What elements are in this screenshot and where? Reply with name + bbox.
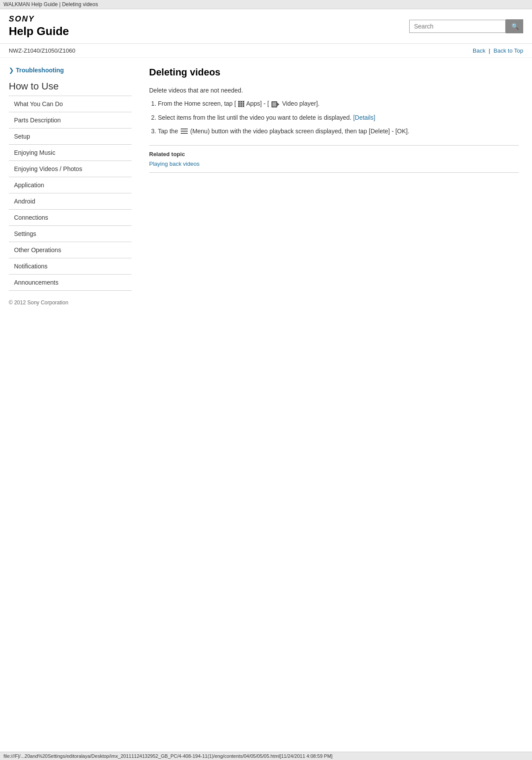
sidebar-item-settings[interactable]: Settings — [9, 226, 132, 242]
sidebar-item-enjoying-music[interactable]: Enjoying Music — [9, 145, 132, 161]
browser-title-text: WALKMAN Help Guide | Deleting videos — [4, 1, 98, 7]
video-player-icon — [271, 100, 279, 109]
menu-icon — [181, 127, 188, 136]
main-layout: ❯ Troubleshooting How to Use What You Ca… — [0, 58, 532, 409]
back-to-top-link[interactable]: Back to Top — [493, 47, 523, 54]
back-link[interactable]: Back — [473, 47, 486, 54]
model-number: NWZ-Z1040/Z1050/Z1060 — [9, 47, 75, 54]
search-input[interactable] — [409, 20, 506, 33]
related-topic-label: Related topic — [149, 151, 519, 157]
help-guide-title: Help Guide — [9, 25, 69, 38]
step-1-text-after: Video player]. — [282, 100, 319, 107]
apps-grid-icon — [238, 101, 244, 107]
sony-logo: SONY — [9, 14, 69, 24]
steps-list: From the Home screen, tap [ Apps] - [ — [158, 99, 519, 136]
sidebar-item-enjoying-videos[interactable]: Enjoying Videos / Photos — [9, 161, 132, 177]
how-to-use-heading: How to Use — [9, 81, 132, 92]
svg-rect-3 — [181, 128, 188, 129]
browser-title-bar: WALKMAN Help Guide | Deleting videos — [0, 0, 532, 9]
svg-rect-4 — [181, 131, 188, 132]
step-1-text-before: From the Home screen, tap [ — [158, 100, 236, 107]
step-1: From the Home screen, tap [ Apps] - [ — [158, 99, 519, 109]
nav-links: Back | Back to Top — [473, 47, 523, 54]
content-area: Deleting videos Delete videos that are n… — [136, 58, 532, 409]
content-description: Delete videos that are not needed. — [149, 87, 519, 94]
sidebar-copyright: © 2012 Sony Corporation — [9, 300, 132, 306]
sidebar: ❯ Troubleshooting How to Use What You Ca… — [0, 58, 136, 409]
troubleshooting-label[interactable]: Troubleshooting — [16, 67, 64, 74]
related-topic-link[interactable]: Playing back videos — [149, 161, 200, 167]
related-topic-divider — [149, 145, 519, 146]
step-3-text-after: (Menu) button with the video playback sc… — [190, 128, 410, 135]
nav-separator: | — [489, 47, 492, 54]
content-bottom-divider — [149, 172, 519, 173]
nav-bar: NWZ-Z1040/Z1050/Z1060 Back | Back to Top — [0, 44, 532, 58]
sidebar-item-setup[interactable]: Setup — [9, 128, 132, 145]
sidebar-item-notifications[interactable]: Notifications — [9, 258, 132, 275]
step-2: Select items from the list until the vid… — [158, 113, 519, 122]
svg-marker-1 — [277, 103, 279, 106]
step-2-text: Select items from the list until the vid… — [158, 114, 353, 121]
troubleshooting-link[interactable]: ❯ Troubleshooting — [9, 67, 132, 74]
step-3-text-before: Tap the — [158, 128, 180, 135]
sidebar-item-what-you-can-do[interactable]: What You Can Do — [9, 96, 132, 112]
sidebar-item-android[interactable]: Android — [9, 193, 132, 210]
chevron-right-icon: ❯ — [9, 67, 14, 74]
step-2-details-link[interactable]: [Details] — [353, 114, 375, 121]
content-title: Deleting videos — [149, 67, 519, 82]
search-area: 🔍 — [409, 19, 523, 33]
step-3: Tap the (Menu) button with the video pla… — [158, 127, 519, 136]
sidebar-item-connections[interactable]: Connections — [9, 210, 132, 226]
step-1-text-middle: Apps] - [ — [246, 100, 269, 107]
sidebar-item-parts-description[interactable]: Parts Description — [9, 112, 132, 128]
svg-rect-2 — [272, 102, 276, 107]
svg-rect-5 — [181, 133, 188, 134]
sidebar-item-application[interactable]: Application — [9, 177, 132, 193]
sidebar-item-other-operations[interactable]: Other Operations — [9, 242, 132, 258]
header-logo-area: SONY Help Guide — [9, 14, 69, 38]
search-button[interactable]: 🔍 — [506, 19, 523, 33]
page-header: SONY Help Guide 🔍 — [0, 9, 532, 44]
sidebar-item-announcements[interactable]: Announcements — [9, 275, 132, 291]
